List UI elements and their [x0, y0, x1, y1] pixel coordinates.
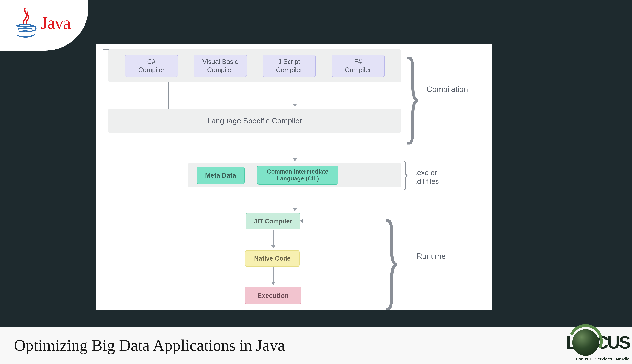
cil-label: Common Intermediate Language (CIL): [267, 168, 328, 182]
compiler-label: C# Compiler: [138, 58, 164, 74]
page-title: Optimizing Big Data Applications in Java: [14, 336, 285, 355]
execution-box: Execution: [244, 287, 302, 304]
arrow-left-icon: [300, 219, 303, 223]
execution-label: Execution: [257, 292, 289, 299]
compiler-box: J Script Compiler: [263, 55, 316, 77]
arrow-icon: [295, 83, 295, 107]
annotation-files: .exe or .dll files: [415, 168, 439, 186]
compiler-box: F# Compiler: [332, 55, 385, 77]
globe-icon: [572, 329, 599, 356]
arrow-icon: [273, 230, 274, 248]
arrow-icon: [273, 267, 274, 285]
meta-label: Meta Data: [205, 172, 236, 179]
brace-icon: }: [402, 160, 408, 187]
arrow-icon: [295, 188, 295, 211]
brace-icon: }: [382, 218, 401, 300]
annotation-runtime: Runtime: [416, 252, 446, 260]
locus-logo: L CUS Locus IT Services | Nordic: [566, 329, 630, 362]
jit-box: JIT Compiler: [246, 213, 300, 230]
cil-box: Common Intermediate Language (CIL): [257, 166, 338, 184]
meta-data-box: Meta Data: [196, 167, 244, 184]
diagram-panel: C# Compiler Visual Basic Compiler J Scri…: [96, 44, 492, 310]
arrow-icon: [295, 133, 295, 161]
compiler-label: F# Compiler: [345, 58, 371, 74]
footer-bar: Optimizing Big Data Applications in Java…: [0, 327, 632, 364]
compilers-row: C# Compiler Visual Basic Compiler J Scri…: [108, 49, 401, 82]
lang-specific-band: Language Specific Compiler: [108, 109, 401, 133]
java-cup-icon: [13, 8, 37, 38]
annotation-compilation: Compilation: [426, 85, 468, 94]
compiler-label: J Script Compiler: [276, 58, 302, 74]
native-box: Native Code: [245, 250, 300, 267]
compiler-label: Visual Basic Compiler: [202, 58, 238, 74]
compiler-box: C# Compiler: [125, 55, 178, 77]
native-label: Native Code: [254, 255, 291, 262]
java-logo-badge: Java: [0, 0, 88, 50]
brace-icon: }: [404, 55, 422, 134]
lang-specific-label: Language Specific Compiler: [207, 116, 302, 125]
compiler-box: Visual Basic Compiler: [194, 55, 247, 77]
java-wordmark: Java: [41, 13, 70, 33]
jit-label: JIT Compiler: [254, 218, 292, 225]
